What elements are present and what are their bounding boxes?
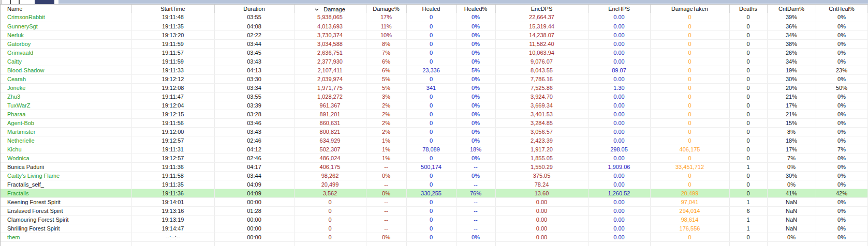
column-header-duration[interactable]: Duration: [214, 5, 294, 13]
cell-enchps: 0.00: [588, 39, 650, 48]
combatant-row[interactable]: Fractalis 19:11:36 04:09 3,562 0% 330,25…: [1, 189, 867, 197]
combatant-row[interactable]: Grimvaald 19:11:57 03:45 2,636,751 7% 0 …: [1, 48, 867, 57]
column-header-critdam-pct[interactable]: CritDam%: [767, 5, 816, 13]
cell-deaths: 0: [729, 136, 767, 145]
column-header-deaths[interactable]: Deaths: [729, 5, 767, 13]
combatant-row[interactable]: Nerluk 19:13:20 02:22 3,730,374 10% 0 0%…: [1, 30, 867, 39]
combatant-row[interactable]: Enslaved Forest Spirit 19:13:16 01:28 0 …: [1, 206, 867, 215]
column-header-enchps[interactable]: EncHPS: [588, 5, 650, 13]
cell-duration: 03:46: [214, 118, 294, 127]
cell-damagetaken: 0: [650, 171, 729, 180]
cell-duration: 02:46: [214, 153, 294, 162]
cell-enchps: 298.05: [588, 145, 650, 153]
combatant-row[interactable]: Netherielle 19:12:57 02:46 634,929 1% 0 …: [1, 136, 867, 145]
cell-healed: 0: [406, 153, 456, 162]
column-header-damage[interactable]: Damage: [294, 5, 366, 13]
combatant-row[interactable]: Agent-Bob 19:11:56 03:46 860,631 2% 0 0%…: [1, 118, 867, 127]
cell-enchps: 1,260.52: [588, 189, 650, 197]
cell-encdps: 9,076.07: [495, 57, 588, 66]
combatant-row[interactable]: Wodnica 19:12:57 02:46 486,024 1% 0 0% 1…: [1, 153, 867, 162]
cell-critdam-pct: 0%: [767, 233, 816, 241]
toolbar-active-tab-fragment[interactable]: [35, 0, 54, 4]
cell-starttime: 19:11:35: [131, 22, 214, 30]
combatant-row[interactable]: Zhu3 19:11:47 03:55 1,028,272 3% 0 0% 3,…: [1, 92, 867, 101]
cell-starttime: 19:11:31: [131, 145, 214, 153]
cell-damagetaken: 0: [650, 101, 729, 110]
combatant-row[interactable]: Keening Forest Spirit 19:14:01 00:00 0 -…: [1, 197, 867, 206]
cell-starttime: 19:11:36: [131, 162, 214, 171]
combatant-row[interactable]: Blood-Shadow 19:11:33 04:13 2,107,411 6%…: [1, 66, 867, 74]
cell-enchps: 0.00: [588, 171, 650, 180]
cell-critdam-pct: 15%: [767, 118, 816, 127]
combatant-row[interactable]: Pharaa 19:12:15 03:28 891,201 2% 0 0% 3,…: [1, 110, 867, 118]
column-header-name[interactable]: Name: [1, 5, 131, 13]
cell-critheal-pct: 0%: [816, 13, 867, 22]
combatant-row[interactable]: Joneke 19:12:08 03:34 1,971,775 5% 341 0…: [1, 83, 867, 92]
cell-enchps: 89.07: [588, 66, 650, 74]
cell-duration: 03:43: [214, 127, 294, 136]
cell-critheal-pct: 0%: [816, 215, 867, 224]
cell-enchps: 0.00: [588, 136, 650, 145]
combatant-row[interactable]: Martimister 19:12:00 03:43 800,821 2% 0 …: [1, 127, 867, 136]
combatant-row[interactable]: Caitty's Living Flame 19:11:58 03:44 98,…: [1, 171, 867, 180]
column-header-damagetaken[interactable]: DamageTaken: [650, 5, 729, 13]
cell-critheal-pct: 7%: [816, 145, 867, 153]
cell-damagetaken: 0: [650, 127, 729, 136]
combatant-row[interactable]: Fractalis_self_ 19:11:35 04:09 20,499 --…: [1, 180, 867, 189]
combatant-row[interactable]: TuxWarZ 19:12:04 03:39 961,367 2% 0 0% 3…: [1, 101, 867, 110]
column-header-encdps[interactable]: EncDPS: [495, 5, 588, 13]
combatant-row[interactable]: them --:--:-- 00:00 0 0% 0 0% 0.00 0.00 …: [1, 233, 867, 241]
cell-damage: 2,039,974: [294, 74, 366, 83]
cell-critdam-pct: 20%: [767, 83, 816, 92]
cell-starttime: 19:12:15: [131, 110, 214, 118]
column-header-damage-pct[interactable]: Damage%: [366, 5, 406, 13]
cell-damagetaken: 0: [650, 22, 729, 30]
column-header-starttime[interactable]: StartTime: [131, 5, 214, 13]
cell-deaths: 0: [729, 110, 767, 118]
combatant-row[interactable]: Caitty 19:11:59 03:43 2,377,930 6% 0 0% …: [1, 57, 867, 66]
cell-critdam-pct: 30%: [767, 171, 816, 180]
cell-deaths: 0: [729, 39, 767, 48]
cell-name: TuxWarZ: [1, 101, 131, 110]
cell-name: them: [1, 233, 131, 241]
cell-deaths: 6: [729, 206, 767, 215]
cell-healed-pct: 0%: [456, 101, 495, 110]
table-body: CrimsonRabbit 19:11:48 03:55 5,938,065 1…: [1, 13, 867, 246]
cell-damage: 20,499: [294, 180, 366, 189]
combatant-row[interactable]: Gatorboy 19:11:59 03:44 3,034,588 8% 0 0…: [1, 39, 867, 48]
column-header-critheal-pct[interactable]: CritHeal%: [816, 5, 867, 13]
cell-name: Grimvaald: [1, 48, 131, 57]
cell-healed: 0: [406, 30, 456, 39]
cell-damage-pct: 6%: [366, 57, 406, 66]
cell-healed: 0: [406, 48, 456, 57]
column-header-healed-pct[interactable]: Healed%: [456, 5, 495, 13]
toolbar-bar-fragment: [58, 0, 868, 4]
cell-damage-pct: 10%: [366, 30, 406, 39]
cell-damage-pct: 1%: [366, 136, 406, 145]
column-header-healed[interactable]: Healed: [406, 5, 456, 13]
cell-encdps: 7,786.16: [495, 74, 588, 83]
toolbar-button-fragment[interactable]: [10, 0, 20, 4]
cell-healed-pct: 0%: [456, 13, 495, 22]
cell-deaths: 0: [729, 22, 767, 30]
combatant-row[interactable]: CrimsonRabbit 19:11:48 03:55 5,938,065 1…: [1, 13, 867, 22]
cell-damage-pct: --: [366, 197, 406, 206]
cell-critdam-pct: 0%: [767, 162, 816, 171]
combatant-row[interactable]: Clamouring Forest Spirit 19:13:19 00:00 …: [1, 215, 867, 224]
cell-encdps: 14,238.07: [495, 30, 588, 39]
cell-encdps: 3,669.34: [495, 101, 588, 110]
cell-duration: 04:09: [214, 189, 294, 197]
cell-critheal-pct: 50%: [816, 83, 867, 92]
cell-damage-pct: 0%: [366, 189, 406, 197]
cell-name: Clamouring Forest Spirit: [1, 215, 131, 224]
combatant-row[interactable]: Bunica Padurii 19:11:36 04:17 406,175 --…: [1, 162, 867, 171]
cell-healed-pct: 0%: [456, 22, 495, 30]
cell-damage-pct: 1%: [366, 145, 406, 153]
combatant-row[interactable]: Cearah 19:12:12 03:30 2,039,974 5% 0 0% …: [1, 74, 867, 83]
cell-name: Fractalis_self_: [1, 180, 131, 189]
combatant-row[interactable]: GunnerySgt 19:11:35 04:08 4,013,693 11% …: [1, 22, 867, 30]
combatant-row[interactable]: Shrilling Forest Spirit 19:14:47 00:00 0…: [1, 224, 867, 233]
cell-starttime: 19:11:35: [131, 180, 214, 189]
cell-damage: 3,034,588: [294, 39, 366, 48]
combatant-row[interactable]: Kichu 19:11:31 04:12 502,307 1% 78,089 1…: [1, 145, 867, 153]
